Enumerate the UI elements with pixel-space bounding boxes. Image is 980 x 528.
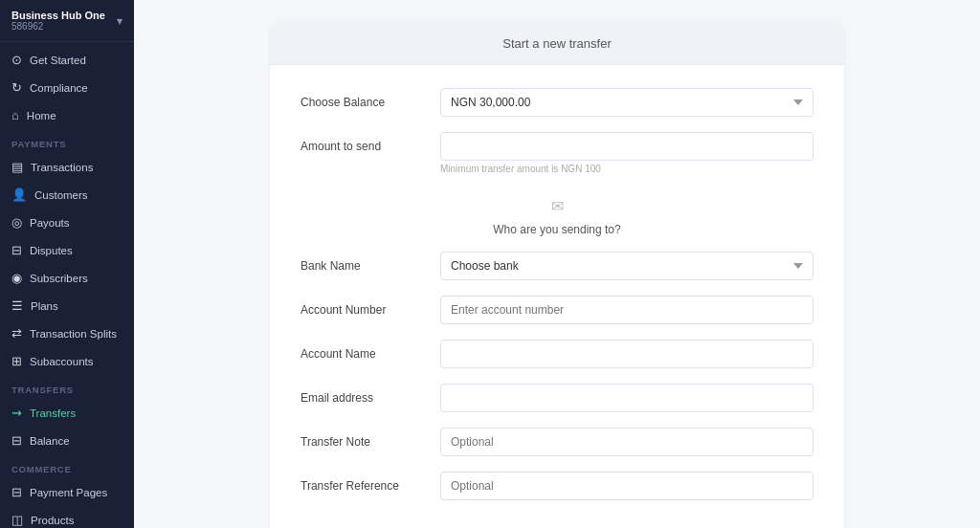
section-commerce: COMMERCE xyxy=(0,454,134,478)
sidebar-item-subaccounts[interactable]: ⊞ Subaccounts xyxy=(0,347,134,375)
bank-name-label: Bank Name xyxy=(301,252,425,273)
account-number-input[interactable] xyxy=(440,296,813,324)
transfer-reference-label: Transfer Reference xyxy=(301,472,425,493)
transfers-icon: ⇝ xyxy=(11,406,22,420)
sidebar-item-label: Home xyxy=(27,110,56,121)
account-number-row: Account Number xyxy=(301,296,813,324)
transfer-reference-input[interactable] xyxy=(440,472,813,500)
who-label: Who are you sending to? xyxy=(493,223,620,236)
transfer-footer: You will be charged NGN 10 for this tran… xyxy=(301,516,813,528)
amount-input[interactable] xyxy=(440,132,813,161)
sidebar-item-label: Compliance xyxy=(30,82,88,94)
sidebar-item-transaction-splits[interactable]: ⇄ Transaction Splits xyxy=(0,319,134,347)
sidebar-item-label: Customers xyxy=(34,189,88,201)
balance-icon: ⊟ xyxy=(11,433,22,448)
disputes-icon: ⊟ xyxy=(11,243,22,257)
transfer-reference-row: Transfer Reference xyxy=(301,472,813,500)
compliance-icon: ↻ xyxy=(11,80,22,95)
sidebar-item-disputes[interactable]: ⊟ Disputes xyxy=(0,236,134,264)
amount-control: Minimum transfer amount is NGN 100 xyxy=(440,132,813,174)
customers-icon: 👤 xyxy=(11,187,27,202)
sidebar-item-plans[interactable]: ☰ Plans xyxy=(0,292,134,319)
section-transfers: TRANSFERS xyxy=(0,375,134,399)
sidebar-item-customers[interactable]: 👤 Customers xyxy=(0,181,134,209)
page-title: Start a new transfer xyxy=(502,36,611,51)
sidebar: Business Hub One 586962 ▾ ⊙ Get Started … xyxy=(0,0,134,528)
business-id: 586962 xyxy=(11,21,105,32)
main-content: Start a new transfer Choose Balance NGN … xyxy=(134,0,980,528)
email-icon: ✉ xyxy=(551,197,564,215)
sidebar-header[interactable]: Business Hub One 586962 ▾ xyxy=(0,0,134,42)
balance-label: Choose Balance xyxy=(301,88,425,109)
chevron-down-icon: ▾ xyxy=(117,14,122,28)
sidebar-item-label: Transfers xyxy=(30,407,76,419)
email-label: Email address xyxy=(301,384,425,405)
balance-select[interactable]: NGN 30,000.00 USD 0.00 xyxy=(440,88,813,117)
sidebar-item-transfers[interactable]: ⇝ Transfers xyxy=(0,399,134,427)
email-input[interactable] xyxy=(440,384,813,412)
sidebar-item-label: Payouts xyxy=(30,217,70,229)
sidebar-item-payment-pages[interactable]: ⊟ Payment Pages xyxy=(0,478,134,506)
bank-name-row: Bank Name Choose bank xyxy=(301,252,813,280)
email-row: Email address xyxy=(301,384,813,412)
account-name-label: Account Name xyxy=(301,340,425,361)
sidebar-item-label: Payment Pages xyxy=(30,487,107,498)
sidebar-item-payouts[interactable]: ◎ Payouts xyxy=(0,209,134,236)
balance-control: NGN 30,000.00 USD 0.00 xyxy=(440,88,813,117)
account-name-row: Account Name xyxy=(301,340,813,368)
bank-name-control: Choose bank xyxy=(440,252,813,280)
account-name-control xyxy=(440,340,813,368)
sidebar-item-label: Get Started xyxy=(30,55,86,66)
transfer-note-input[interactable] xyxy=(440,428,813,456)
sidebar-item-label: Balance xyxy=(30,435,70,447)
transfer-note-control xyxy=(440,428,813,456)
business-name: Business Hub One xyxy=(11,10,105,21)
balance-row: Choose Balance NGN 30,000.00 USD 0.00 xyxy=(301,88,813,117)
amount-row: Amount to send Minimum transfer amount i… xyxy=(301,132,813,174)
bank-name-select[interactable]: Choose bank xyxy=(440,252,813,280)
transfer-header: Start a new transfer xyxy=(270,23,844,65)
sidebar-item-home[interactable]: ⌂ Home xyxy=(0,101,134,129)
subscribers-icon: ◉ xyxy=(11,271,22,285)
sidebar-item-subscribers[interactable]: ◉ Subscribers xyxy=(0,264,134,292)
sidebar-item-compliance[interactable]: ↻ Compliance xyxy=(0,74,134,101)
sidebar-item-label: Disputes xyxy=(30,245,73,256)
sidebar-item-get-started[interactable]: ⊙ Get Started xyxy=(0,46,134,74)
sidebar-item-label: Subscribers xyxy=(30,273,88,284)
sidebar-item-transactions[interactable]: ▤ Transactions xyxy=(0,153,134,181)
amount-hint: Minimum transfer amount is NGN 100 xyxy=(440,164,813,174)
account-name-input[interactable] xyxy=(440,340,813,368)
sidebar-nav: ⊙ Get Started ↻ Compliance ⌂ Home PAYMEN… xyxy=(0,42,134,528)
account-number-label: Account Number xyxy=(301,296,425,317)
transfer-card: Start a new transfer Choose Balance NGN … xyxy=(270,23,844,528)
amount-label: Amount to send xyxy=(301,132,425,153)
sidebar-item-products[interactable]: ◫ Products xyxy=(0,506,134,528)
transfer-reference-control xyxy=(440,472,813,500)
payment-pages-icon: ⊟ xyxy=(11,485,22,499)
payouts-icon: ◎ xyxy=(11,215,22,230)
account-number-control xyxy=(440,296,813,324)
recipient-divider: ✉ Who are you sending to? xyxy=(301,189,813,252)
section-payments: PAYMENTS xyxy=(0,129,134,153)
sidebar-item-label: Transaction Splits xyxy=(30,328,117,340)
sidebar-item-label: Transactions xyxy=(31,162,93,173)
products-icon: ◫ xyxy=(11,513,23,527)
transfer-body: Choose Balance NGN 30,000.00 USD 0.00 Am… xyxy=(270,65,844,528)
transfer-note-row: Transfer Note xyxy=(301,428,813,456)
sidebar-item-label: Subaccounts xyxy=(30,356,94,367)
transaction-splits-icon: ⇄ xyxy=(11,326,22,341)
sidebar-item-label: Products xyxy=(31,515,74,526)
sidebar-item-label: Plans xyxy=(31,300,58,312)
transactions-icon: ▤ xyxy=(11,160,23,174)
sidebar-item-balance[interactable]: ⊟ Balance xyxy=(0,427,134,454)
get-started-icon: ⊙ xyxy=(11,53,22,67)
subaccounts-icon: ⊞ xyxy=(11,354,22,368)
home-icon: ⌂ xyxy=(11,108,19,122)
transfer-note-label: Transfer Note xyxy=(301,428,425,449)
plans-icon: ☰ xyxy=(11,298,23,313)
email-control xyxy=(440,384,813,412)
